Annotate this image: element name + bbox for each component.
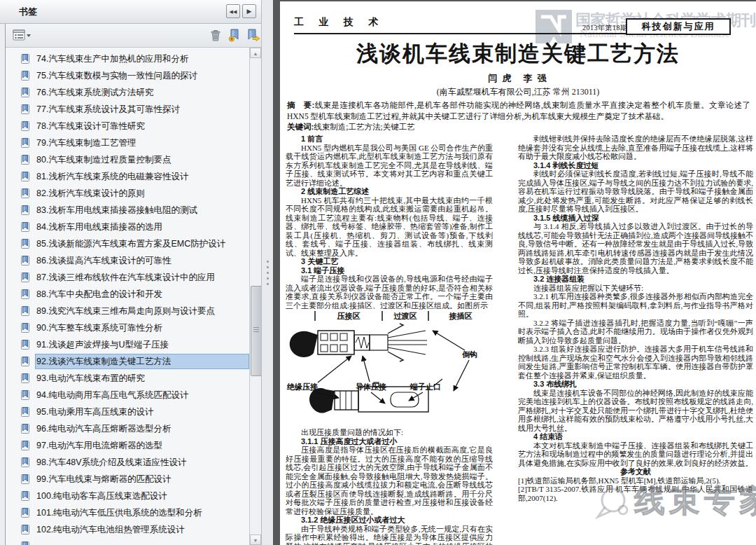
bookmark-arrow-icon xyxy=(246,29,260,42)
bookmark-item-label[interactable]: 74.汽车线束生产中加热机的应用和分析 xyxy=(35,51,249,67)
bookmark-item[interactable]: 90.汽车整车线束系统可靠性分析 xyxy=(6,319,249,336)
paragraph: 1 前言 xyxy=(286,134,493,144)
bookmark-icon xyxy=(20,137,31,149)
paragraph: 出现压接质量问题的情况如下: xyxy=(286,428,493,437)
bookmark-item-label[interactable]: 92.浅谈汽车线束制造关键工艺方法 xyxy=(35,354,249,369)
bookmark-item-label[interactable]: 81.浅析汽车线束系统的电磁兼容性设计 xyxy=(35,169,249,184)
bookmark-item-label[interactable]: 87.浅谈三维布线软件在汽车线束设计中的应用 xyxy=(35,270,249,285)
bookmark-item-label[interactable]: 96.纯电动汽车高压熔断器选型分析 xyxy=(35,421,249,436)
paragraph: 3.2.3 组装好连接器应进行防护。连接器大多用于机车信号线路和控制线路,生产现… xyxy=(518,345,753,380)
bookmark-item[interactable]: 81.浅析汽车线束系统的电磁兼容性设计 xyxy=(6,168,249,185)
bookmark-item[interactable]: 101.纯电动汽车低压供电系统的选型和分析 xyxy=(6,504,249,521)
bookmark-item-label[interactable]: 77.汽车线束系统设计及其可靠性探讨 xyxy=(35,102,249,117)
bookmark-item[interactable]: 74.汽车线束生产中加热机的应用和分析 xyxy=(6,50,249,67)
expand-panel-button[interactable]: ▶ xyxy=(242,4,256,18)
bookmark-icon xyxy=(20,87,31,98)
figure-label-insulation-crimp: 绝缘压接 xyxy=(286,382,318,391)
bookmark-item[interactable]: 92.浅谈汽车线束制造关键工艺方法 xyxy=(6,353,249,370)
bookmark-item[interactable]: 86.浅谈提高汽车线束设计的可靠性 xyxy=(6,252,249,269)
bookmark-item[interactable]: 89.浅究汽车线束三维布局走向原则与设计要点 xyxy=(6,303,249,319)
bookmark-item-label[interactable]: 84.浅析车用电线束插接器的选用 xyxy=(35,219,249,235)
new-bookmark-icon xyxy=(228,29,241,42)
bookmark-item-label[interactable]: 101.纯电动汽车低压供电系统的选型和分析 xyxy=(35,505,249,520)
page-category: 工 业 技 术 xyxy=(294,16,385,29)
trash-icon xyxy=(210,29,221,42)
keywords-text: 线束制造;工艺方法;关键工艺 xyxy=(314,123,414,131)
bookmark-item[interactable]: 99.汽车电线束与熔断器的匹配设计 xyxy=(6,471,249,488)
bookmark-item[interactable]: 87.浅谈三维布线软件在汽车线束设计中的应用 xyxy=(6,269,249,286)
bookmark-item-label[interactable]: 99.汽车电线束与熔断器的匹配设计 xyxy=(35,471,249,487)
bookmark-item[interactable]: 82.浅析汽车线束设计的原则 xyxy=(6,185,249,202)
bookmark-icon xyxy=(20,205,31,216)
bookmark-item-label[interactable]: 78.汽车线束设计可靠性研究 xyxy=(35,118,249,134)
bookmark-item[interactable] xyxy=(6,538,249,545)
bookmark-item-label[interactable]: 85.浅谈新能源汽车线束布置方案及EMC防护设计 xyxy=(35,236,249,251)
bookmark-item[interactable]: 100.纯电动客车高压线束选配设计 xyxy=(6,488,249,504)
abstract-label: 摘 要: xyxy=(287,101,314,109)
scroll-up-arrow[interactable]: ▲ xyxy=(250,48,261,58)
bookmark-item-label[interactable]: 97.电动汽车用电流熔断器的选型 xyxy=(35,438,249,453)
bookmark-item-label[interactable]: 102.纯电动汽车电池组热管理系统设计 xyxy=(35,522,249,537)
bookmark-icon xyxy=(20,406,31,418)
paragraph: 连接器组装应把握以下关键环节: xyxy=(518,284,753,293)
bookmark-item-label[interactable]: 89.浅究汽车线束三维布局走向原则与设计要点 xyxy=(35,303,249,319)
bookmark-item-label[interactable]: 76.汽车线束系统测试方法研究 xyxy=(35,85,249,100)
bookmarks-panel-header: 书签 ◀◀ ▶ xyxy=(0,0,273,24)
figure-label-terminal-stop: 端子止口 xyxy=(410,382,441,391)
bookmark-item[interactable]: 78.汽车线束设计可靠性研究 xyxy=(6,118,249,134)
paragraph: HXN5 型内燃机车是我公司与美国 GE 公司合作生产的重载干线货运内燃机车,此… xyxy=(286,144,493,188)
bookmarks-scrollbar[interactable]: ▲ ▼ xyxy=(249,48,262,545)
bookmarks-toolbar xyxy=(5,24,262,48)
bookmark-item[interactable]: 85.浅谈新能源汽车线束布置方案及EMC防护设计 xyxy=(6,235,249,252)
bookmark-item-label[interactable]: 90.汽车整车线束系统可靠性分析 xyxy=(35,320,249,336)
bookmark-item[interactable]: 76.汽车线束系统测试方法研究 xyxy=(6,84,249,101)
bookmark-item[interactable]: 83.浅析车用电线束插接器接触电阻的测试 xyxy=(6,202,249,219)
goto-bookmark-button[interactable] xyxy=(246,29,260,45)
bookmark-item[interactable]: 96.纯电动汽车高压熔断器选型分析 xyxy=(6,420,249,437)
bookmark-item-label[interactable]: 98.汽车48V系统介绍及线束适应性设计 xyxy=(35,455,249,470)
bookmark-item[interactable]: 80.汽车线束制造过程质量控制要点 xyxy=(6,151,249,168)
bookmark-item-label[interactable]: 88.汽车中央配电盒的设计和开发 xyxy=(35,287,249,302)
bookmark-item[interactable]: 102.纯电动汽车电池组热管理系统设计 xyxy=(6,521,249,538)
bookmark-item-label[interactable]: 93.电动汽车线束布置的研究 xyxy=(35,371,249,386)
paragraph: 剥线钳剥线并保持去除适度长度的绝缘层而不使绝缘层脱落,这样绝缘套并没有完全从线缆… xyxy=(518,134,753,161)
bookmark-item[interactable]: 98.汽车48V系统介绍及线束适应性设计 xyxy=(6,454,249,471)
abstract-block: 摘 要:线束是连接机车各功能部件,是机车各部件功能实现的神经网络,线束制造质量水… xyxy=(287,100,750,133)
bookmark-icon xyxy=(20,255,31,266)
bookmark-item-label[interactable]: 82.浅析汽车线束设计的原则 xyxy=(35,186,249,201)
bookmark-item-label[interactable]: 100.纯电动客车高压线束选配设计 xyxy=(35,488,249,504)
terminal-crimp-figure: 压接区 过渡区 接插区 xyxy=(286,311,493,427)
bookmark-item[interactable]: 91.浅谈超声波焊接与U型端子压接 xyxy=(6,336,249,353)
bookmark-item[interactable]: 84.浅析车用电线束插接器的选用 xyxy=(6,219,249,235)
bookmark-item[interactable]: 94.纯电动商用车高压电气系统匹配设计 xyxy=(6,387,249,403)
scrollbar-thumb[interactable] xyxy=(251,286,262,376)
bookmark-item[interactable]: 88.汽车中央配电盒的设计和开发 xyxy=(6,286,249,303)
bookmark-item-label[interactable]: 83.浅析车用电线束插接器接触电阻的测试 xyxy=(35,202,249,218)
bookmark-item[interactable]: 77.汽车线束系统设计及其可靠性探讨 xyxy=(6,101,249,118)
bookmark-item-label[interactable]: 80.汽车线束制造过程质量控制要点 xyxy=(35,152,249,167)
bookmark-icon xyxy=(20,154,31,165)
bookmark-item-label[interactable]: 75.汽车线束数模与实物一致性问题的探讨 xyxy=(35,68,249,83)
paragraph: 参考文献 xyxy=(518,467,753,476)
bookmark-item[interactable]: 79.汽车线束制造工艺管理 xyxy=(6,134,249,151)
scroll-down-arrow[interactable]: ▼ xyxy=(250,534,261,545)
bookmark-item[interactable]: 75.汽车线束数模与实物一致性问题的探讨 xyxy=(6,67,249,84)
bookmark-item-label[interactable]: 86.浅谈提高汽车线束设计的可靠性 xyxy=(35,253,249,268)
bookmark-icon xyxy=(20,423,31,434)
delete-bookmark-button[interactable] xyxy=(210,29,221,45)
bookmark-item-label[interactable]: 79.汽车线束制造工艺管理 xyxy=(35,135,249,151)
bookmark-item[interactable]: 97.电动汽车用电流熔断器的选型 xyxy=(6,437,249,454)
collapse-panel-button[interactable]: ◀◀ xyxy=(226,4,240,18)
paragraph: 3 关键工艺 xyxy=(286,257,493,266)
new-bookmark-button[interactable] xyxy=(228,29,241,45)
bookmark-item[interactable]: 95.电动乘用车高压线束的设计 xyxy=(6,403,249,420)
bookmark-item[interactable]: 93.电动汽车线束布置的研究 xyxy=(6,370,249,387)
bookmark-item-label[interactable]: 91.浅谈超声波焊接与U型端子压接 xyxy=(35,337,249,352)
bookmark-icon xyxy=(20,305,31,317)
paragraph: 3.1 端子压接 xyxy=(286,266,493,275)
options-menu-button[interactable] xyxy=(13,29,32,45)
bookmark-item-label[interactable]: 94.纯电动商用车高压电气系统匹配设计 xyxy=(35,387,249,403)
paragraph: HXN5 机车共有约三十把线束,其中最大线束由约一千根不同长度不同规格的线构成,… xyxy=(286,196,493,258)
bookmark-item-label[interactable]: 95.电动乘用车高压线束的设计 xyxy=(35,404,249,420)
bookmark-icon xyxy=(20,53,31,64)
